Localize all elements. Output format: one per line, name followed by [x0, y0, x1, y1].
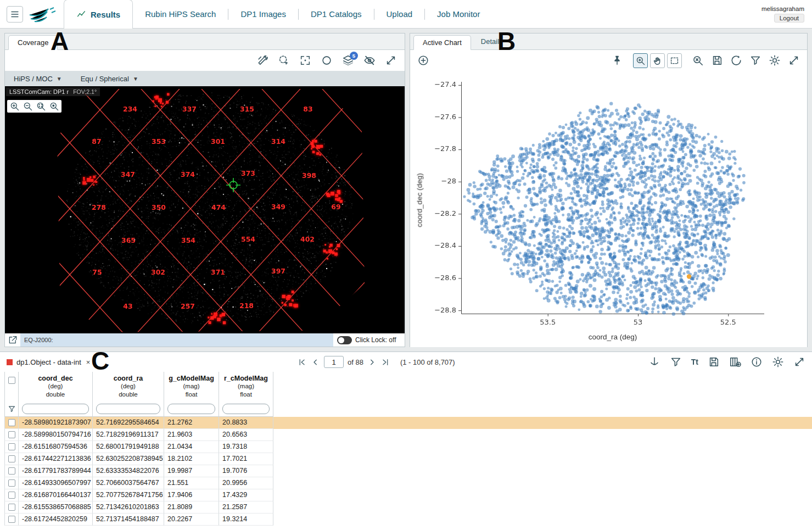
table-cell: 19.7318 — [219, 441, 273, 453]
first-page-button[interactable] — [298, 358, 307, 367]
page-input[interactable] — [324, 356, 344, 368]
pin-icon[interactable] — [611, 54, 623, 66]
table-column-headers: coord_dec(deg)double coord_ra(deg)double… — [4, 372, 812, 401]
table-cell: -28.615538657068885 — [19, 501, 93, 514]
hamburger-menu-button[interactable] — [7, 6, 23, 23]
table-cell: 21.0434 — [164, 441, 219, 453]
column-filter-input[interactable] — [22, 404, 89, 414]
prev-page-button[interactable] — [311, 358, 320, 367]
box-select-icon — [669, 55, 680, 66]
column-filter-input[interactable] — [167, 404, 215, 414]
click-lock-toggle[interactable] — [337, 336, 352, 344]
close-icon[interactable]: × — [86, 358, 91, 366]
table-row[interactable]: -28.61687016644013752.70775267847175617.… — [4, 489, 812, 501]
tab-upload[interactable]: Upload — [374, 0, 425, 29]
external-link-icon[interactable] — [5, 335, 20, 345]
box-select-mode-button[interactable] — [667, 53, 682, 68]
next-page-button[interactable] — [367, 358, 377, 367]
expand-icon[interactable] — [793, 356, 805, 368]
column-header[interactable]: coord_ra(deg)double — [93, 372, 164, 401]
save-icon[interactable] — [708, 356, 720, 368]
filter-icon[interactable] — [749, 54, 761, 66]
zoom-original-icon[interactable] — [692, 54, 704, 66]
info-icon[interactable] — [751, 356, 763, 368]
tab-dp1-images[interactable]: DP1 Images — [228, 0, 298, 29]
settings-icon[interactable] — [772, 356, 784, 368]
table-cell: 20.2267 — [164, 514, 219, 526]
scatter-canvas[interactable] — [410, 71, 807, 347]
sky-coverage-view[interactable]: LSSTComCam: DP1 rFOV:2.1° — [5, 86, 405, 333]
layers-icon[interactable]: 5 — [342, 54, 354, 66]
table-row[interactable]: -28.6172445282025952.7137145418848720.22… — [4, 514, 812, 526]
row-checkbox[interactable] — [8, 419, 15, 426]
filter-icon[interactable] — [670, 356, 682, 368]
column-header[interactable]: g_cModelMag(mag)float — [164, 372, 219, 401]
tab-active-chart[interactable]: Active Chart — [413, 35, 471, 50]
sky-zoom-toolbar — [7, 100, 61, 113]
select-all-cell — [4, 372, 19, 401]
row-range-label: (1 - 100 of 8,707) — [400, 358, 455, 366]
tab-dp1-catalogs[interactable]: DP1 Catalogs — [299, 0, 374, 29]
zoom-in-icon[interactable] — [9, 101, 20, 111]
zoom-in-icon — [635, 55, 646, 66]
row-checkbox[interactable] — [8, 504, 15, 511]
row-checkbox[interactable] — [8, 516, 15, 523]
save-icon[interactable] — [711, 54, 723, 66]
table-row[interactable]: -28.61744227121383652.63025220873894518.… — [4, 453, 812, 465]
zoom-fill-icon[interactable] — [49, 101, 59, 111]
zoom-fit-icon[interactable] — [36, 101, 46, 111]
expand-icon[interactable] — [788, 54, 800, 66]
tools-icon[interactable] — [256, 54, 268, 66]
chevron-down-icon: ▼ — [57, 76, 62, 82]
table-cell: 20.6563 — [219, 429, 273, 441]
settings-icon[interactable] — [769, 54, 781, 66]
tab-rubin-hips-search[interactable]: Rubin HiPS Search — [133, 0, 228, 29]
table-cell: 17.9406 — [164, 489, 219, 501]
row-checkbox[interactable] — [8, 479, 15, 487]
filter-icon — [8, 405, 16, 413]
column-header[interactable]: r_cModelMag(mag)float — [219, 372, 273, 401]
select-region-icon[interactable] — [278, 54, 290, 66]
projection-dropdown[interactable]: Equ / Spherical▼ — [81, 75, 138, 83]
last-page-button[interactable] — [380, 358, 390, 367]
row-checkbox[interactable] — [8, 467, 15, 475]
column-filter-input[interactable] — [96, 404, 160, 414]
table-pin-icon[interactable] — [648, 356, 660, 368]
column-filter-input[interactable] — [222, 404, 270, 414]
scatter-chart[interactable]: coord_dec (deg) coord_ra (deg) — [410, 71, 807, 347]
row-checkbox[interactable] — [8, 431, 15, 438]
zoom-out-icon[interactable] — [23, 101, 33, 111]
row-checkbox[interactable] — [8, 492, 15, 499]
add-column-icon[interactable] — [729, 356, 741, 368]
pan-mode-button[interactable] — [650, 53, 665, 68]
table-tab[interactable]: dp1.Object - data-int × — [7, 358, 90, 366]
row-checkbox[interactable] — [8, 443, 15, 450]
table-row[interactable]: -28.6151680759453652.6800179194918821.04… — [4, 441, 812, 453]
select-all-checkbox[interactable] — [8, 377, 15, 384]
text-view-icon[interactable]: Tt — [691, 358, 698, 366]
page-count-label: of 88 — [348, 358, 363, 366]
table-row[interactable]: -28.61493309650799752.7066003756476721.5… — [4, 477, 812, 489]
pagination: of 88 (1 - 100 of 8,707) — [298, 356, 455, 368]
zoom-mode-button[interactable] — [633, 53, 648, 68]
filter-icon-cell — [4, 401, 19, 417]
table-row[interactable]: -28.61553865706888552.7134261020186321.8… — [4, 501, 812, 514]
table-row[interactable]: -28.58998015079471652.7182919691131721.9… — [4, 429, 812, 441]
recenter-icon[interactable] — [299, 54, 311, 66]
logout-button[interactable]: Logout — [774, 14, 804, 23]
expand-icon[interactable] — [385, 54, 397, 66]
chevron-down-icon: ▼ — [133, 76, 138, 82]
circle-select-icon[interactable] — [321, 54, 333, 66]
add-chart-icon[interactable] — [417, 54, 429, 66]
table-row[interactable]: -28.58980192187390752.7169229558465421.2… — [4, 417, 812, 429]
row-checkbox[interactable] — [8, 455, 15, 462]
hide-overlays-icon[interactable] — [363, 54, 376, 66]
tab-results[interactable]: Results — [64, 0, 133, 29]
sky-canvas[interactable] — [5, 86, 405, 333]
table-row[interactable]: -28.61779178378994452.6333353482207619.9… — [4, 465, 812, 477]
hips-moc-dropdown[interactable]: HiPS / MOC▼ — [14, 75, 62, 83]
table-cell: 18.2102 — [164, 453, 219, 465]
restore-icon[interactable] — [730, 54, 742, 66]
tab-job-monitor[interactable]: Job Monitor — [425, 0, 492, 29]
column-header[interactable]: coord_dec(deg)double — [19, 372, 93, 401]
